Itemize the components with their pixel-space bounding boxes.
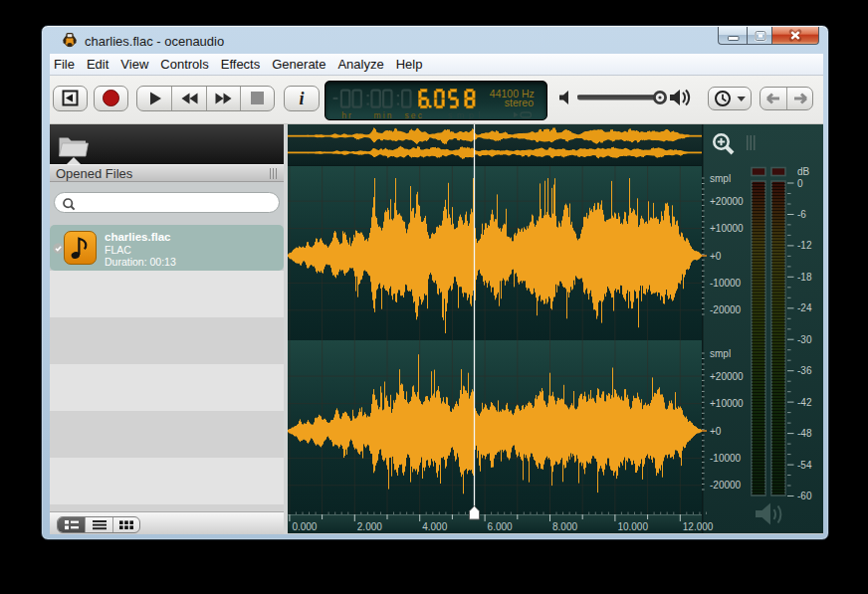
svg-text:hr: hr: [341, 110, 353, 120]
svg-text:2.000: 2.000: [357, 521, 382, 532]
svg-text:+10000: +10000: [710, 398, 744, 409]
svg-text:-10000: -10000: [710, 278, 742, 289]
svg-text:-18: -18: [797, 272, 812, 283]
svg-text:8.000: 8.000: [552, 521, 577, 532]
svg-text:-48: -48: [797, 428, 812, 439]
svg-text:6.000: 6.000: [488, 521, 513, 532]
svg-text:-12: -12: [797, 240, 812, 251]
svg-text:stereo: stereo: [505, 97, 534, 108]
svg-text:+0: +0: [710, 251, 722, 262]
svg-text:-36: -36: [797, 365, 812, 376]
svg-text:4.000: 4.000: [422, 521, 447, 532]
svg-text:12.000: 12.000: [683, 521, 714, 532]
svg-text:-6: -6: [797, 209, 806, 220]
svg-text:dB: dB: [797, 166, 810, 177]
svg-text:sec: sec: [404, 110, 424, 120]
svg-text:-20000: -20000: [710, 480, 742, 491]
svg-text:+20000: +20000: [710, 196, 744, 207]
svg-text:+10000: +10000: [710, 223, 744, 234]
svg-text:0.000: 0.000: [292, 521, 317, 532]
svg-text:10.000: 10.000: [617, 521, 648, 532]
svg-text:min: min: [373, 110, 393, 120]
svg-text:smpl: smpl: [710, 173, 731, 184]
svg-text:-54: -54: [797, 460, 812, 471]
svg-text:-30: -30: [797, 334, 812, 345]
svg-text:-24: -24: [797, 302, 812, 313]
svg-text:-10000: -10000: [710, 453, 742, 464]
svg-text:smpl: smpl: [710, 348, 731, 359]
svg-text:0: 0: [797, 178, 803, 189]
svg-text:-20000: -20000: [710, 304, 742, 315]
svg-text:+0: +0: [710, 426, 722, 437]
svg-text:-42: -42: [797, 397, 812, 408]
svg-text:-60: -60: [797, 491, 812, 501]
svg-text:smpl: smpl: [448, 110, 485, 120]
svg-text:+20000: +20000: [710, 371, 744, 382]
